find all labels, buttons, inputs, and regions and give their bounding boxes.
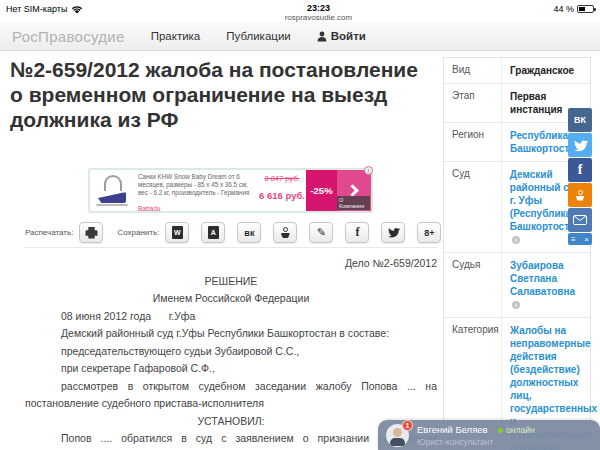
consultant-avatar: 1 bbox=[386, 424, 409, 447]
site-logo[interactable]: РосПравосудие bbox=[12, 28, 125, 45]
login-label: Войти bbox=[331, 30, 366, 42]
ad-new-price: 6 616 руб. bbox=[259, 190, 305, 201]
ad-old-price: 8 847 руб. bbox=[259, 174, 305, 183]
email-icon bbox=[573, 215, 587, 225]
consultant-name: Евгений Беляев bbox=[417, 424, 488, 435]
sled-handle-shape bbox=[104, 175, 122, 191]
nav-practice[interactable]: Практика bbox=[151, 30, 201, 42]
pencil-icon: ✎ bbox=[317, 226, 326, 239]
court-document: Дело №2-659/2012 РЕШЕНИЕ Именем Российск… bbox=[0, 255, 443, 450]
case-type-value: Гражданское bbox=[501, 58, 590, 83]
doc-court-line: Демский районный суд г.Уфы Республики Ба… bbox=[25, 325, 437, 343]
judge-link[interactable]: Зубаирова Светлана Салаватовнаi bbox=[501, 253, 590, 317]
twitter-icon bbox=[387, 227, 400, 238]
ad-description: Санки KHW Snow Baby Dream от 6 месяцев, … bbox=[138, 173, 256, 197]
login-button[interactable]: Войти bbox=[317, 30, 366, 42]
save-label: Сохранить: bbox=[117, 228, 159, 237]
nav-publications[interactable]: Публикации bbox=[226, 30, 290, 42]
status-bar: Нет SIM-карты 23:23 rospravosudie.com 44… bbox=[0, 0, 600, 22]
divider bbox=[25, 247, 437, 248]
vk-icon: вк bbox=[244, 228, 254, 238]
share-googleplus-button[interactable]: 8+ bbox=[417, 222, 441, 243]
odnoklassniki-icon bbox=[576, 190, 585, 201]
table-row: Судья Зубаирова Светлана Салаватовнаi bbox=[444, 253, 590, 318]
share-twitter-button[interactable] bbox=[381, 222, 405, 243]
ad-about-label[interactable]: О Компании bbox=[337, 196, 370, 210]
user-icon bbox=[317, 31, 327, 42]
facebook-icon: f bbox=[355, 225, 359, 240]
share-odnoklassniki-button[interactable] bbox=[273, 222, 297, 243]
print-label: Распечатать: bbox=[25, 228, 73, 237]
ad-discount-badge: -25% bbox=[306, 170, 337, 211]
info-icon[interactable]: i bbox=[512, 301, 520, 309]
pdf-icon: A bbox=[208, 226, 219, 239]
row-label: Этап bbox=[444, 84, 501, 122]
chat-widget[interactable]: 1 Евгений Беляев онлайн Юрист-консультан… bbox=[378, 420, 600, 450]
ad-info-icon[interactable]: ! bbox=[364, 166, 373, 175]
email-share-button[interactable] bbox=[568, 208, 592, 232]
vk-share-button[interactable]: ВК bbox=[568, 108, 592, 132]
doc-subtitle: Именем Российской Федерации bbox=[25, 290, 437, 308]
page-title: №2-659/2012 жалоба на постановление о вр… bbox=[10, 57, 422, 132]
doc-review-line: рассмотрев в открытом судебном заседании… bbox=[25, 378, 437, 413]
doc-judge-line: председательствующего судьи Зубаировой С… bbox=[25, 343, 437, 361]
ad-banner[interactable]: Санки KHW Snow Baby Dream от 6 месяцев, … bbox=[88, 168, 373, 213]
ad-product-image bbox=[90, 170, 136, 211]
battery-icon bbox=[577, 5, 594, 13]
share-widget-menu[interactable]: ≡ × bbox=[568, 233, 592, 245]
ad-arrow-button[interactable]: О Компании bbox=[337, 170, 371, 211]
doc-ustanovil: УСТАНОВИЛ: bbox=[25, 413, 437, 431]
online-status: онлайн bbox=[498, 425, 535, 435]
save-word-button[interactable]: W bbox=[165, 222, 189, 243]
row-label: Суд bbox=[444, 162, 501, 252]
doc-date-line: 08 июня 2012 года г.Уфа bbox=[25, 308, 437, 326]
row-label: Судья bbox=[444, 253, 501, 317]
row-label: Вид bbox=[444, 58, 501, 83]
twitter-icon bbox=[573, 139, 588, 152]
ad-brand-link[interactable]: Babadu bbox=[138, 205, 160, 212]
share-blog-button[interactable]: ✎ bbox=[309, 222, 333, 243]
print-button[interactable] bbox=[79, 222, 103, 243]
row-label: Регион bbox=[444, 123, 501, 161]
printer-icon bbox=[85, 227, 98, 239]
wifi-icon bbox=[71, 5, 83, 14]
site-header: РосПравосудие Практика Публикации Войти bbox=[0, 22, 600, 51]
share-vk-button[interactable]: вк bbox=[237, 222, 261, 243]
doc-popov-line: Попов .... обратился в суд с заявлением … bbox=[25, 430, 437, 450]
tools-row: Распечатать: Сохранить: W A вк ✎ f bbox=[25, 222, 441, 243]
doc-secretary-line: при секретаре Гафаровой С.Ф., bbox=[25, 360, 437, 378]
consultant-role: Юрист-консультант bbox=[417, 436, 535, 448]
case-number: Дело №2-659/2012 bbox=[25, 255, 437, 273]
save-pdf-button[interactable]: A bbox=[201, 222, 225, 243]
sled-base-shape bbox=[98, 192, 126, 203]
clock: 23:23 bbox=[285, 3, 353, 13]
share-facebook-button[interactable]: f bbox=[345, 222, 369, 243]
screen: Нет SIM-карты 23:23 rospravosudie.com 44… bbox=[0, 0, 600, 450]
twitter-share-button[interactable] bbox=[568, 133, 592, 157]
close-icon: × bbox=[584, 235, 589, 244]
google-plus-icon: 8+ bbox=[424, 228, 434, 238]
odnoklassniki-share-button[interactable] bbox=[568, 183, 592, 207]
word-doc-icon: W bbox=[172, 226, 183, 239]
battery-percent: 44 % bbox=[553, 4, 574, 14]
social-share-column: ВК f ≡ × bbox=[568, 108, 592, 245]
odnoklassniki-icon bbox=[281, 227, 290, 238]
chevron-right-icon bbox=[346, 184, 359, 197]
carrier-label: Нет SIM-карты bbox=[6, 4, 67, 14]
facebook-share-button[interactable]: f bbox=[568, 158, 592, 182]
info-icon[interactable]: i bbox=[512, 236, 520, 244]
doc-title: РЕШЕНИЕ bbox=[25, 273, 437, 291]
menu-icon: ≡ bbox=[571, 235, 576, 244]
chat-unread-badge: 1 bbox=[402, 420, 413, 431]
sled-runner-shape bbox=[96, 204, 128, 206]
table-row: Вид Гражданское bbox=[444, 58, 590, 84]
